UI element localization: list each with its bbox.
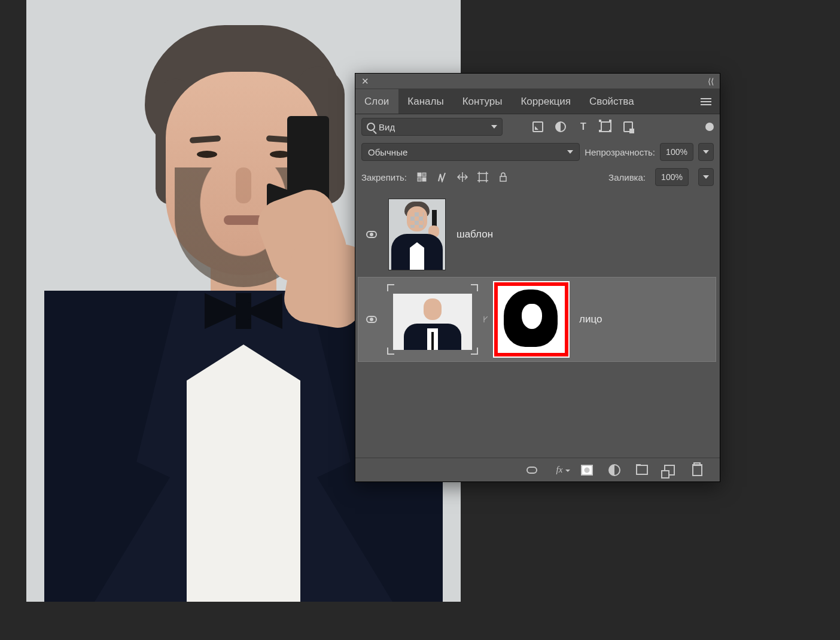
filter-type-icon[interactable]: T [578,121,589,132]
layer-style-icon[interactable]: fx [553,464,565,476]
filter-shape-icon[interactable] [601,121,611,132]
panel-menu-button[interactable] [692,89,720,114]
lock-transparency-icon[interactable] [416,172,427,182]
opacity-label: Непрозрачность: [585,147,655,157]
chevron-down-icon [491,125,497,129]
delete-layer-icon[interactable] [691,464,703,476]
blend-row: Обычные Непрозрачность: 100% [355,139,720,164]
lock-artboard-icon[interactable] [477,172,488,182]
new-group-icon[interactable] [636,464,648,476]
svg-rect-3 [418,178,421,181]
chevron-down-icon [567,150,573,154]
fill-label: Заливка: [608,172,646,182]
opacity-dropdown[interactable] [698,143,714,161]
filter-label: Вид [379,122,395,132]
link-layers-icon[interactable] [526,464,538,476]
tab-properties[interactable]: Свойства [580,89,644,114]
fill-dropdown[interactable] [698,168,714,186]
layer-name[interactable]: шаблон [456,228,493,240]
svg-rect-4 [479,173,486,181]
lock-row: Закрепить: Заливка: 100% [355,164,720,190]
lock-pixels-icon[interactable] [437,172,448,182]
panel-titlebar[interactable]: ✕ ⟨⟨ [355,74,720,89]
collapse-icon[interactable]: ⟨⟨ [708,77,714,86]
svg-rect-2 [422,173,426,176]
layers-panel: ✕ ⟨⟨ Слои Каналы Контуры Коррекция Свойс… [355,73,720,482]
filter-smartobject-icon[interactable] [623,121,633,132]
fill-value[interactable]: 100% [655,168,689,186]
lock-label: Закрепить: [361,172,407,182]
visibility-icon[interactable] [366,231,377,238]
layer-thumbnail[interactable] [388,285,477,353]
chevron-down-icon [703,150,709,154]
tab-layers[interactable]: Слои [355,89,398,114]
filter-pixel-icon[interactable] [532,121,543,132]
mask-link-icon[interactable]: 𐌖 [483,315,488,324]
tab-adjustments[interactable]: Коррекция [512,89,580,114]
layers-list: шаблон 𐌖 лицо [355,190,720,364]
opacity-value[interactable]: 100% [660,143,693,161]
svg-rect-0 [418,173,421,176]
panel-bottom-bar: fx [355,458,720,481]
lock-position-icon[interactable] [457,172,468,182]
tab-paths[interactable]: Контуры [454,89,512,114]
close-icon[interactable]: ✕ [361,76,369,87]
visibility-icon[interactable] [366,316,377,323]
svg-rect-1 [422,178,426,181]
filter-toggle[interactable] [705,123,714,131]
layer-row[interactable]: шаблон [358,192,716,277]
layer-mask-thumbnail[interactable] [494,282,568,356]
add-mask-icon[interactable] [581,464,593,476]
layer-name[interactable]: лицо [579,313,602,325]
filter-adjustment-icon[interactable] [555,121,566,132]
new-layer-icon[interactable] [664,464,675,476]
layer-row[interactable]: 𐌖 лицо [358,277,716,362]
layer-filter-row: Вид T [355,114,720,139]
new-adjustment-icon[interactable] [608,464,620,476]
hamburger-icon [701,101,711,102]
chevron-down-icon [703,175,709,179]
search-icon [367,123,375,131]
lock-all-icon[interactable] [498,172,509,182]
panel-tabs: Слои Каналы Контуры Коррекция Свойства [355,89,720,114]
tab-channels[interactable]: Каналы [398,89,453,114]
blend-mode-value: Обычные [368,147,407,157]
layer-filter-select[interactable]: Вид [361,118,503,136]
layer-thumbnail[interactable] [388,199,446,270]
svg-rect-5 [500,176,506,181]
blend-mode-select[interactable]: Обычные [361,143,580,161]
